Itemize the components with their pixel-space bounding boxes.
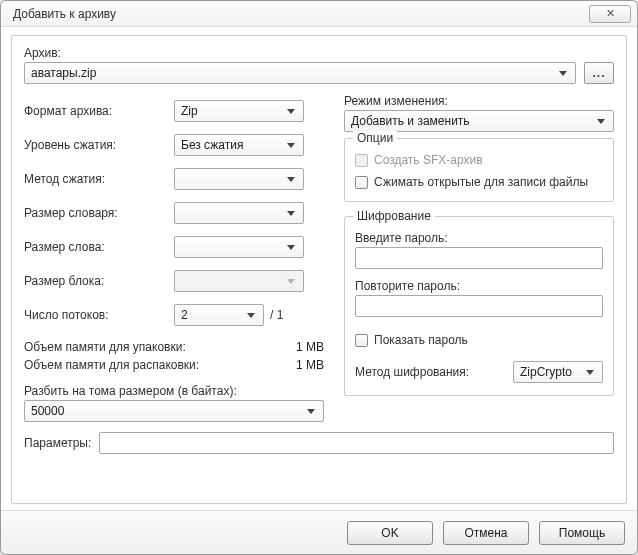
window-title: Добавить к архиву: [13, 7, 589, 21]
mem-pack-value: 1 MB: [296, 340, 324, 354]
format-value: Zip: [181, 104, 198, 118]
mem-unpack-value: 1 MB: [296, 358, 324, 372]
update-value: Добавить и заменить: [351, 114, 470, 128]
archive-label: Архив:: [24, 46, 61, 60]
split-value: 50000: [31, 404, 64, 418]
update-combo[interactable]: Добавить и заменить: [344, 110, 614, 132]
close-button[interactable]: ✕: [589, 5, 631, 23]
ok-label: OK: [381, 526, 398, 540]
chevron-down-icon: [243, 305, 259, 325]
format-label: Формат архива:: [24, 104, 174, 118]
threads-label: Число потоков:: [24, 308, 174, 322]
threads-value: 2: [181, 308, 188, 322]
open-files-label: Сжимать открытые для записи файлы: [374, 175, 588, 189]
browse-button[interactable]: ...: [584, 62, 614, 84]
threads-combo[interactable]: 2: [174, 304, 264, 326]
format-combo[interactable]: Zip: [174, 100, 304, 122]
level-combo[interactable]: Без сжатия: [174, 134, 304, 156]
chevron-down-icon: [593, 111, 609, 131]
show-password-label: Показать пароль: [374, 333, 468, 347]
password-label: Введите пароль:: [355, 231, 603, 245]
show-password-checkbox[interactable]: [355, 334, 368, 347]
options-group: Опции Создать SFX-архив Сжимать открытые…: [344, 138, 614, 202]
cancel-label: Отмена: [464, 526, 507, 540]
chevron-down-icon: [283, 271, 299, 291]
chevron-down-icon: [303, 401, 319, 421]
enc-method-label: Метод шифрования:: [355, 365, 469, 379]
level-label: Уровень сжатия:: [24, 138, 174, 152]
chevron-down-icon: [283, 237, 299, 257]
open-files-checkbox[interactable]: [355, 176, 368, 189]
method-label: Метод сжатия:: [24, 172, 174, 186]
content-area: Архив: аватары.zip ... Формат архива:: [1, 27, 637, 510]
sfx-checkbox: [355, 154, 368, 167]
chevron-down-icon: [283, 203, 299, 223]
split-label: Разбить на тома размером (в байтах):: [24, 384, 324, 398]
password2-label: Повторите пароль:: [355, 279, 603, 293]
threads-suffix: / 1: [270, 308, 283, 322]
password-input[interactable]: [355, 247, 603, 269]
params-label: Параметры:: [24, 436, 91, 450]
chevron-down-icon: [555, 63, 571, 83]
word-label: Размер слова:: [24, 240, 174, 254]
mem-unpack-label: Объем памяти для распаковки:: [24, 358, 199, 372]
password2-input[interactable]: [355, 295, 603, 317]
sfx-label: Создать SFX-архив: [374, 153, 483, 167]
block-combo: [174, 270, 304, 292]
encryption-title: Шифрование: [353, 209, 435, 223]
split-combo[interactable]: 50000: [24, 400, 324, 422]
mem-pack-label: Объем памяти для упаковки:: [24, 340, 186, 354]
level-value: Без сжатия: [181, 138, 243, 152]
help-label: Помощь: [559, 526, 605, 540]
cancel-button[interactable]: Отмена: [443, 521, 529, 545]
dict-label: Размер словаря:: [24, 206, 174, 220]
enc-method-value: ZipCrypto: [520, 365, 572, 379]
options-title: Опции: [353, 131, 397, 145]
chevron-down-icon: [283, 101, 299, 121]
chevron-down-icon: [283, 169, 299, 189]
chevron-down-icon: [283, 135, 299, 155]
params-input[interactable]: [99, 432, 614, 454]
archive-value: аватары.zip: [31, 66, 96, 80]
method-combo[interactable]: [174, 168, 304, 190]
titlebar: Добавить к архиву ✕: [1, 1, 637, 27]
archive-combo[interactable]: аватары.zip: [24, 62, 576, 84]
word-combo[interactable]: [174, 236, 304, 258]
main-panel: Архив: аватары.zip ... Формат архива:: [11, 35, 627, 504]
dialog-window: Добавить к архиву ✕ Архив: аватары.zip .…: [0, 0, 638, 555]
left-column: Формат архива: Zip Уровень сжатия: Без с…: [24, 94, 324, 422]
help-button[interactable]: Помощь: [539, 521, 625, 545]
encryption-group: Шифрование Введите пароль: Повторите пар…: [344, 216, 614, 396]
update-label: Режим изменения:: [344, 94, 448, 108]
footer: OK Отмена Помощь: [1, 510, 637, 554]
block-label: Размер блока:: [24, 274, 174, 288]
right-column: Режим изменения: Добавить и заменить Опц…: [344, 94, 614, 422]
enc-method-combo[interactable]: ZipCrypto: [513, 361, 603, 383]
dict-combo[interactable]: [174, 202, 304, 224]
chevron-down-icon: [582, 362, 598, 382]
browse-label: ...: [592, 66, 605, 80]
close-icon: ✕: [606, 7, 615, 20]
ok-button[interactable]: OK: [347, 521, 433, 545]
